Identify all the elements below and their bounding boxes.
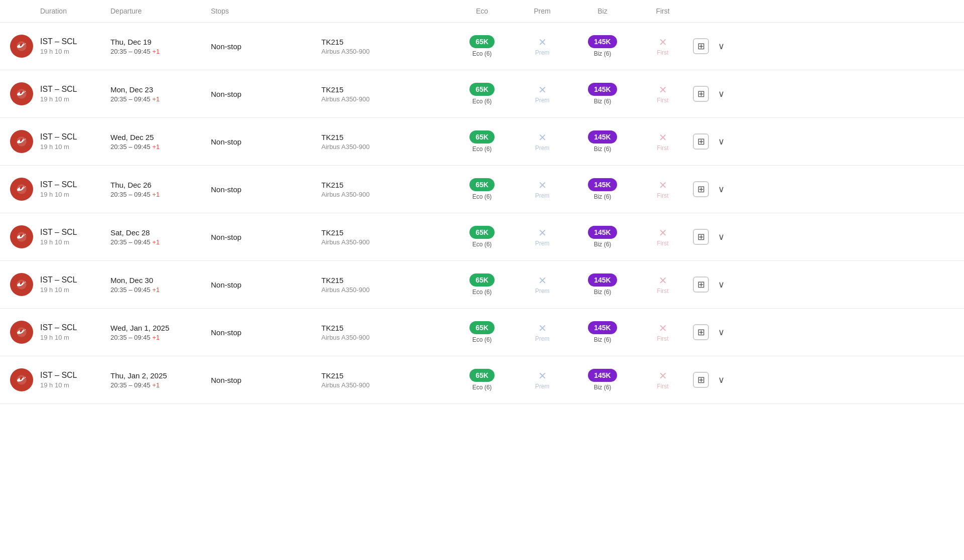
row-actions: ⊞ ∨ bbox=[693, 324, 733, 340]
eco-price-badge[interactable]: 65K bbox=[469, 226, 495, 239]
eco-price-badge[interactable]: 65K bbox=[469, 35, 495, 48]
eco-cell[interactable]: 65K Eco (6) bbox=[452, 369, 512, 391]
eco-cell[interactable]: 65K Eco (6) bbox=[452, 273, 512, 296]
biz-cell[interactable]: 145K Biz (6) bbox=[572, 83, 633, 105]
flight-number: TK215 bbox=[321, 371, 452, 380]
prem-cell: ✕ Prem bbox=[512, 322, 572, 342]
chevron-down-icon: ∨ bbox=[718, 279, 725, 290]
add-icon: ⊞ bbox=[697, 374, 705, 385]
eco-seats-label: Eco (6) bbox=[472, 98, 492, 105]
biz-seats-label: Biz (6) bbox=[594, 50, 612, 57]
expand-row-button[interactable]: ∨ bbox=[714, 373, 728, 387]
flight-info: TK215 Airbus A350-900 bbox=[321, 181, 452, 198]
chevron-down-icon: ∨ bbox=[718, 374, 725, 385]
prem-unavailable-icon: ✕ bbox=[538, 36, 547, 48]
eco-cell[interactable]: 65K Eco (6) bbox=[452, 130, 512, 153]
flight-aircraft: Airbus A350-900 bbox=[321, 191, 452, 198]
flight-info: TK215 Airbus A350-900 bbox=[321, 371, 452, 389]
biz-price-badge[interactable]: 145K bbox=[588, 369, 617, 382]
biz-price-badge[interactable]: 145K bbox=[588, 226, 617, 239]
plus-day: +1 bbox=[152, 334, 160, 341]
add-icon: ⊞ bbox=[697, 184, 705, 195]
flight-number: TK215 bbox=[321, 276, 452, 285]
biz-price-badge[interactable]: 145K bbox=[588, 35, 617, 48]
flight-aircraft: Airbus A350-900 bbox=[321, 48, 452, 55]
flight-duration: 19 h 10 m bbox=[40, 238, 110, 246]
biz-seats-label: Biz (6) bbox=[594, 336, 612, 343]
expand-row-button[interactable]: ∨ bbox=[714, 134, 728, 149]
eco-price-badge[interactable]: 65K bbox=[469, 83, 495, 96]
add-flight-button[interactable]: ⊞ bbox=[693, 324, 709, 340]
eco-cell[interactable]: 65K Eco (6) bbox=[452, 35, 512, 57]
first-cell: ✕ First bbox=[633, 370, 693, 390]
add-icon: ⊞ bbox=[697, 231, 705, 242]
add-flight-button[interactable]: ⊞ bbox=[693, 181, 709, 197]
eco-cell[interactable]: 65K Eco (6) bbox=[452, 83, 512, 105]
table-row: IST – SCL 19 h 10 m Mon, Dec 30 20:35 – … bbox=[0, 261, 964, 309]
eco-price-badge[interactable]: 65K bbox=[469, 321, 495, 334]
prem-unavailable-label: Prem bbox=[535, 49, 550, 56]
row-actions: ⊞ ∨ bbox=[693, 86, 733, 102]
eco-cell[interactable]: 65K Eco (6) bbox=[452, 226, 512, 248]
prem-unavailable-label: Prem bbox=[535, 383, 550, 390]
biz-cell[interactable]: 145K Biz (6) bbox=[572, 130, 633, 153]
airline-logo bbox=[10, 35, 33, 58]
biz-price-badge[interactable]: 145K bbox=[588, 178, 617, 191]
departure-date: Wed, Jan 1, 2025 bbox=[110, 324, 211, 332]
flight-duration: 19 h 10 m bbox=[40, 286, 110, 294]
flight-duration: 19 h 10 m bbox=[40, 48, 110, 55]
expand-row-button[interactable]: ∨ bbox=[714, 277, 728, 292]
biz-seats-label: Biz (6) bbox=[594, 98, 612, 105]
flight-number: TK215 bbox=[321, 133, 452, 142]
add-flight-button[interactable]: ⊞ bbox=[693, 372, 709, 388]
eco-price-badge[interactable]: 65K bbox=[469, 369, 495, 382]
flight-duration: 19 h 10 m bbox=[40, 143, 110, 151]
flight-duration: 19 h 10 m bbox=[40, 95, 110, 103]
biz-cell[interactable]: 145K Biz (6) bbox=[572, 178, 633, 200]
first-unavailable-label: First bbox=[657, 145, 668, 152]
plus-day: +1 bbox=[152, 191, 160, 198]
expand-row-button[interactable]: ∨ bbox=[714, 87, 728, 101]
eco-price-badge[interactable]: 65K bbox=[469, 130, 495, 144]
add-flight-button[interactable]: ⊞ bbox=[693, 38, 709, 54]
first-cell: ✕ First bbox=[633, 322, 693, 342]
expand-row-button[interactable]: ∨ bbox=[714, 182, 728, 196]
eco-cell[interactable]: 65K Eco (6) bbox=[452, 321, 512, 343]
flight-route: IST – SCL bbox=[40, 132, 110, 142]
biz-price-badge[interactable]: 145K bbox=[588, 321, 617, 334]
eco-cell[interactable]: 65K Eco (6) bbox=[452, 178, 512, 200]
expand-row-button[interactable]: ∨ bbox=[714, 39, 728, 53]
expand-row-button[interactable]: ∨ bbox=[714, 325, 728, 339]
biz-price-badge[interactable]: 145K bbox=[588, 83, 617, 96]
expand-row-button[interactable]: ∨ bbox=[714, 230, 728, 244]
biz-cell[interactable]: 145K Biz (6) bbox=[572, 321, 633, 343]
add-flight-button[interactable]: ⊞ bbox=[693, 276, 709, 293]
biz-seats-label: Biz (6) bbox=[594, 384, 612, 391]
row-actions: ⊞ ∨ bbox=[693, 181, 733, 197]
biz-price-badge[interactable]: 145K bbox=[588, 130, 617, 144]
prem-cell: ✕ Prem bbox=[512, 36, 572, 56]
flight-number: TK215 bbox=[321, 324, 452, 332]
biz-cell[interactable]: 145K Biz (6) bbox=[572, 35, 633, 57]
biz-cell[interactable]: 145K Biz (6) bbox=[572, 273, 633, 296]
table-row: IST – SCL 19 h 10 m Wed, Dec 25 20:35 – … bbox=[0, 118, 964, 166]
row-actions: ⊞ ∨ bbox=[693, 133, 733, 150]
add-flight-button[interactable]: ⊞ bbox=[693, 86, 709, 102]
add-flight-button[interactable]: ⊞ bbox=[693, 133, 709, 150]
header-departure: Departure bbox=[110, 7, 211, 15]
add-flight-button[interactable]: ⊞ bbox=[693, 229, 709, 245]
eco-price-badge[interactable]: 65K bbox=[469, 273, 495, 287]
airline-logo bbox=[10, 273, 33, 296]
flight-departure: Mon, Dec 30 20:35 – 09:45 +1 bbox=[110, 276, 211, 294]
flight-info: TK215 Airbus A350-900 bbox=[321, 133, 452, 151]
plus-day: +1 bbox=[152, 238, 160, 246]
prem-cell: ✕ Prem bbox=[512, 84, 572, 104]
biz-price-badge[interactable]: 145K bbox=[588, 273, 617, 287]
prem-unavailable-label: Prem bbox=[535, 192, 550, 199]
biz-cell[interactable]: 145K Biz (6) bbox=[572, 226, 633, 248]
biz-cell[interactable]: 145K Biz (6) bbox=[572, 369, 633, 391]
eco-price-badge[interactable]: 65K bbox=[469, 178, 495, 191]
row-actions: ⊞ ∨ bbox=[693, 372, 733, 388]
departure-date: Thu, Dec 26 bbox=[110, 181, 211, 189]
flight-aircraft: Airbus A350-900 bbox=[321, 286, 452, 294]
